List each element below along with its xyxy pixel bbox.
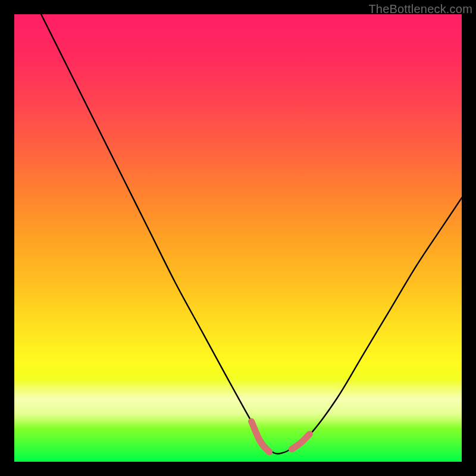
chart-frame: TheBottleneck.com bbox=[0, 0, 476, 476]
watermark-text: TheBottleneck.com bbox=[368, 2, 472, 16]
curve-layer bbox=[14, 14, 462, 462]
series-pink-marker-left bbox=[252, 421, 270, 452]
series-pink-marker-right bbox=[292, 434, 309, 449]
highlight-band bbox=[14, 378, 462, 428]
series-black-curve bbox=[41, 14, 462, 454]
plot-area bbox=[14, 14, 462, 462]
